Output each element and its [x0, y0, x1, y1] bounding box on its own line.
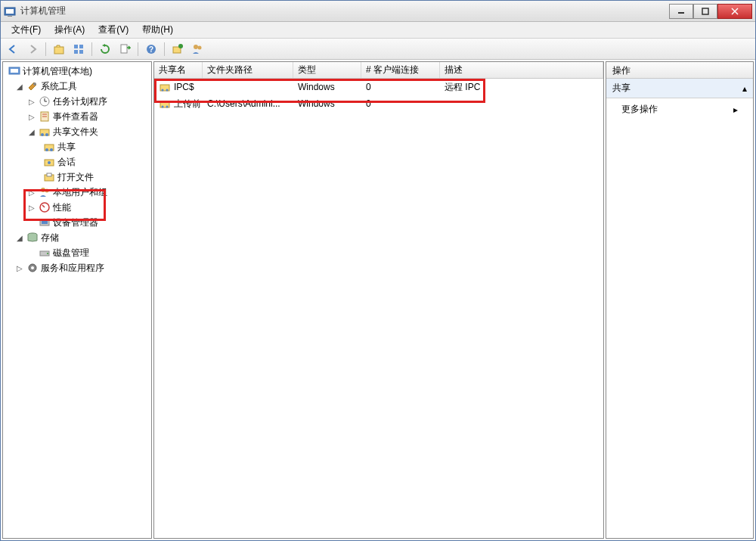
collapse-icon[interactable]: ◢	[15, 82, 24, 91]
tree-panel[interactable]: 计算机管理(本地) ◢ 系统工具 ▷ 任务计划程序 ▷ 事件查看器 ◢ 共享文件…	[2, 61, 152, 539]
svg-text:?: ?	[149, 45, 153, 54]
svg-point-54	[166, 106, 169, 108]
expand-icon[interactable]: ▷	[27, 112, 36, 121]
svg-rect-1	[6, 9, 14, 14]
tree-local-users[interactable]: ▷ 本地用户和组	[5, 185, 150, 200]
device-icon	[39, 216, 51, 229]
toolbar-separator	[164, 42, 165, 56]
back-button[interactable]	[4, 41, 22, 58]
spacer	[27, 248, 36, 257]
svg-rect-7	[54, 47, 64, 54]
collapse-icon[interactable]: ◢	[15, 233, 24, 242]
svg-point-29	[41, 133, 44, 136]
titlebar[interactable]: 计算机管理	[1, 1, 755, 22]
cell-name: 上传前	[174, 98, 201, 110]
app-window: 计算机管理 文件(F) 操作(A) 查看(V) 帮助(H) ? 计算机管理(本	[0, 0, 756, 541]
tree-shared-folders[interactable]: ◢ 共享文件夹	[5, 124, 150, 139]
action-section[interactable]: 共享 ▴	[606, 79, 753, 98]
tree-performance[interactable]: ▷ 性能	[5, 200, 150, 215]
tree-event-viewer[interactable]: ▷ 事件查看器	[5, 109, 150, 124]
menu-file[interactable]: 文件(F)	[5, 22, 47, 38]
svg-point-21	[33, 82, 36, 86]
expand-icon[interactable]: ▷	[27, 203, 36, 212]
tree-shares[interactable]: 共享	[5, 139, 150, 154]
list-row[interactable]: IPC$ Windows 0 远程 IPC	[154, 79, 603, 95]
properties-button[interactable]	[70, 41, 88, 58]
forward-button[interactable]	[23, 41, 42, 58]
col-folder-path[interactable]: 文件夹路径	[203, 62, 293, 78]
tree-storage[interactable]: ◢ 存储	[5, 230, 150, 245]
col-share-name[interactable]: 共享名	[154, 62, 203, 78]
list-header: 共享名 文件夹路径 类型 # 客户端连接 描述	[154, 62, 603, 79]
expand-icon[interactable]: ▷	[27, 97, 36, 106]
menu-help[interactable]: 帮助(H)	[136, 22, 179, 38]
refresh-button[interactable]	[96, 41, 114, 58]
svg-rect-9	[79, 45, 83, 48]
svg-point-53	[162, 106, 164, 108]
cell-connections: 0	[361, 97, 440, 110]
svg-rect-37	[47, 173, 51, 176]
tree-device-manager[interactable]: 设备管理器	[5, 215, 150, 230]
expand-icon[interactable]: ▷	[27, 188, 36, 197]
svg-rect-8	[74, 45, 78, 48]
svg-rect-11	[79, 50, 83, 54]
share-item-icon	[159, 98, 171, 110]
tree-services-apps[interactable]: ▷ 服务和应用程序	[5, 260, 150, 275]
export-button[interactable]	[116, 41, 134, 58]
close-button[interactable]	[717, 4, 752, 19]
action-panel: 操作 共享 ▴ 更多操作 ▸	[606, 61, 754, 539]
svg-rect-2	[8, 16, 12, 17]
list-panel[interactable]: 共享名 文件夹路径 类型 # 客户端连接 描述 IPC$ Windows 0 远…	[153, 61, 604, 539]
help-button[interactable]: ?	[142, 41, 160, 58]
col-connections[interactable]: # 客户端连接	[361, 62, 440, 78]
collapse-icon[interactable]: ◢	[27, 127, 36, 136]
svg-rect-10	[74, 50, 78, 54]
cell-path: C:\Users\Admini...	[203, 97, 293, 110]
cell-description	[440, 102, 603, 105]
svg-point-48	[31, 266, 34, 269]
menu-action[interactable]: 操作(A)	[48, 22, 91, 38]
tree-sessions[interactable]: 会话	[5, 154, 150, 169]
tree-disk-management[interactable]: 磁盘管理	[5, 245, 150, 260]
maximize-button[interactable]	[693, 4, 717, 19]
action-more[interactable]: 更多操作 ▸	[606, 98, 753, 120]
window-title: 计算机管理	[20, 5, 669, 17]
svg-point-18	[198, 45, 202, 49]
svg-rect-43	[42, 221, 48, 224]
svg-rect-4	[702, 8, 708, 14]
expand-icon[interactable]: ▷	[15, 263, 24, 272]
services-icon	[26, 262, 39, 274]
cell-name: IPC$	[174, 82, 194, 92]
tree-open-files[interactable]: 打开文件	[5, 169, 150, 185]
menubar: 文件(F) 操作(A) 查看(V) 帮助(H)	[1, 22, 755, 39]
new-share-button[interactable]	[169, 41, 187, 58]
cell-description: 远程 IPC	[440, 79, 603, 95]
svg-point-33	[50, 148, 53, 151]
svg-point-38	[41, 188, 45, 192]
cell-path	[203, 86, 293, 89]
minimize-button[interactable]	[669, 4, 693, 19]
app-icon	[4, 5, 16, 17]
session-icon	[43, 156, 55, 168]
tree-task-scheduler[interactable]: ▷ 任务计划程序	[5, 94, 150, 109]
menu-view[interactable]: 查看(V)	[92, 22, 135, 38]
col-type[interactable]: 类型	[293, 62, 361, 78]
svg-point-39	[45, 189, 49, 193]
tree-system-tools[interactable]: ◢ 系统工具	[5, 79, 150, 94]
col-description[interactable]: 描述	[440, 62, 603, 78]
share-item-icon	[159, 81, 171, 93]
svg-point-35	[48, 161, 51, 164]
svg-rect-12	[121, 45, 127, 53]
tree-root[interactable]: 计算机管理(本地)	[5, 64, 150, 79]
list-row[interactable]: 上传前 C:\Users\Admini... Windows 0	[154, 95, 603, 112]
svg-rect-20	[11, 69, 18, 73]
cell-type: Windows	[293, 97, 361, 110]
tools-icon	[26, 80, 39, 92]
collapse-arrow-icon: ▴	[742, 83, 747, 94]
clock-icon	[39, 95, 51, 107]
up-button[interactable]	[50, 41, 68, 58]
users-button[interactable]	[188, 41, 206, 58]
svg-point-32	[45, 148, 48, 151]
toolbar-separator	[45, 42, 46, 56]
svg-point-50	[162, 89, 164, 92]
